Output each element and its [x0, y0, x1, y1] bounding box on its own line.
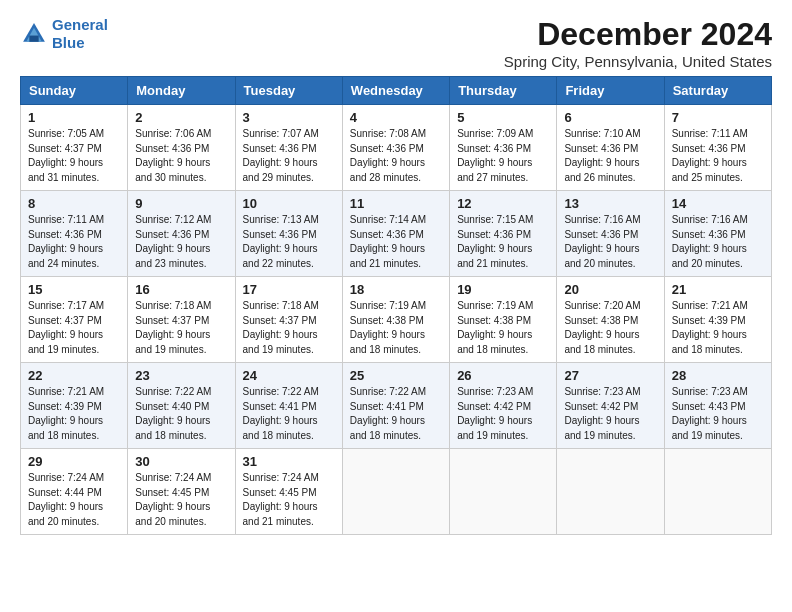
- day-info: Sunrise: 7:15 AM Sunset: 4:36 PM Dayligh…: [457, 213, 549, 271]
- calendar-cell: 3Sunrise: 7:07 AM Sunset: 4:36 PM Daylig…: [235, 105, 342, 191]
- calendar-cell: 7Sunrise: 7:11 AM Sunset: 4:36 PM Daylig…: [664, 105, 771, 191]
- calendar-cell: 2Sunrise: 7:06 AM Sunset: 4:36 PM Daylig…: [128, 105, 235, 191]
- calendar-cell: 26Sunrise: 7:23 AM Sunset: 4:42 PM Dayli…: [450, 363, 557, 449]
- calendar-cell: 31Sunrise: 7:24 AM Sunset: 4:45 PM Dayli…: [235, 449, 342, 535]
- day-info: Sunrise: 7:11 AM Sunset: 4:36 PM Dayligh…: [672, 127, 764, 185]
- day-info: Sunrise: 7:21 AM Sunset: 4:39 PM Dayligh…: [672, 299, 764, 357]
- day-number: 16: [135, 282, 227, 297]
- calendar-cell: [450, 449, 557, 535]
- day-info: Sunrise: 7:24 AM Sunset: 4:45 PM Dayligh…: [243, 471, 335, 529]
- day-header-wednesday: Wednesday: [342, 77, 449, 105]
- calendar-week-2: 8Sunrise: 7:11 AM Sunset: 4:36 PM Daylig…: [21, 191, 772, 277]
- day-info: Sunrise: 7:16 AM Sunset: 4:36 PM Dayligh…: [672, 213, 764, 271]
- day-number: 7: [672, 110, 764, 125]
- day-number: 2: [135, 110, 227, 125]
- calendar-cell: [342, 449, 449, 535]
- day-info: Sunrise: 7:12 AM Sunset: 4:36 PM Dayligh…: [135, 213, 227, 271]
- day-number: 11: [350, 196, 442, 211]
- day-header-sunday: Sunday: [21, 77, 128, 105]
- day-header-monday: Monday: [128, 77, 235, 105]
- calendar-cell: 18Sunrise: 7:19 AM Sunset: 4:38 PM Dayli…: [342, 277, 449, 363]
- calendar-cell: 28Sunrise: 7:23 AM Sunset: 4:43 PM Dayli…: [664, 363, 771, 449]
- calendar-cell: 8Sunrise: 7:11 AM Sunset: 4:36 PM Daylig…: [21, 191, 128, 277]
- day-info: Sunrise: 7:21 AM Sunset: 4:39 PM Dayligh…: [28, 385, 120, 443]
- day-number: 1: [28, 110, 120, 125]
- day-number: 17: [243, 282, 335, 297]
- day-info: Sunrise: 7:13 AM Sunset: 4:36 PM Dayligh…: [243, 213, 335, 271]
- calendar-cell: 9Sunrise: 7:12 AM Sunset: 4:36 PM Daylig…: [128, 191, 235, 277]
- day-info: Sunrise: 7:22 AM Sunset: 4:40 PM Dayligh…: [135, 385, 227, 443]
- day-number: 31: [243, 454, 335, 469]
- calendar-cell: 21Sunrise: 7:21 AM Sunset: 4:39 PM Dayli…: [664, 277, 771, 363]
- calendar-cell: 27Sunrise: 7:23 AM Sunset: 4:42 PM Dayli…: [557, 363, 664, 449]
- calendar-cell: 10Sunrise: 7:13 AM Sunset: 4:36 PM Dayli…: [235, 191, 342, 277]
- title-block: December 2024 Spring City, Pennsylvania,…: [504, 16, 772, 70]
- calendar-week-5: 29Sunrise: 7:24 AM Sunset: 4:44 PM Dayli…: [21, 449, 772, 535]
- logo-icon: [20, 20, 48, 48]
- day-info: Sunrise: 7:18 AM Sunset: 4:37 PM Dayligh…: [243, 299, 335, 357]
- location: Spring City, Pennsylvania, United States: [504, 53, 772, 70]
- day-number: 9: [135, 196, 227, 211]
- calendar-header-row: SundayMondayTuesdayWednesdayThursdayFrid…: [21, 77, 772, 105]
- day-number: 19: [457, 282, 549, 297]
- calendar-cell: 16Sunrise: 7:18 AM Sunset: 4:37 PM Dayli…: [128, 277, 235, 363]
- calendar-cell: 23Sunrise: 7:22 AM Sunset: 4:40 PM Dayli…: [128, 363, 235, 449]
- calendar-week-1: 1Sunrise: 7:05 AM Sunset: 4:37 PM Daylig…: [21, 105, 772, 191]
- day-info: Sunrise: 7:19 AM Sunset: 4:38 PM Dayligh…: [457, 299, 549, 357]
- day-info: Sunrise: 7:22 AM Sunset: 4:41 PM Dayligh…: [243, 385, 335, 443]
- day-info: Sunrise: 7:19 AM Sunset: 4:38 PM Dayligh…: [350, 299, 442, 357]
- day-number: 18: [350, 282, 442, 297]
- day-info: Sunrise: 7:07 AM Sunset: 4:36 PM Dayligh…: [243, 127, 335, 185]
- calendar-week-3: 15Sunrise: 7:17 AM Sunset: 4:37 PM Dayli…: [21, 277, 772, 363]
- day-info: Sunrise: 7:23 AM Sunset: 4:43 PM Dayligh…: [672, 385, 764, 443]
- calendar-cell: 22Sunrise: 7:21 AM Sunset: 4:39 PM Dayli…: [21, 363, 128, 449]
- day-number: 10: [243, 196, 335, 211]
- day-number: 4: [350, 110, 442, 125]
- page-header: GeneralBlue December 2024 Spring City, P…: [20, 16, 772, 70]
- calendar-cell: 20Sunrise: 7:20 AM Sunset: 4:38 PM Dayli…: [557, 277, 664, 363]
- day-info: Sunrise: 7:10 AM Sunset: 4:36 PM Dayligh…: [564, 127, 656, 185]
- day-info: Sunrise: 7:16 AM Sunset: 4:36 PM Dayligh…: [564, 213, 656, 271]
- day-info: Sunrise: 7:22 AM Sunset: 4:41 PM Dayligh…: [350, 385, 442, 443]
- day-info: Sunrise: 7:09 AM Sunset: 4:36 PM Dayligh…: [457, 127, 549, 185]
- day-number: 15: [28, 282, 120, 297]
- calendar-cell: 19Sunrise: 7:19 AM Sunset: 4:38 PM Dayli…: [450, 277, 557, 363]
- day-number: 6: [564, 110, 656, 125]
- day-header-friday: Friday: [557, 77, 664, 105]
- day-number: 20: [564, 282, 656, 297]
- calendar-cell: 5Sunrise: 7:09 AM Sunset: 4:36 PM Daylig…: [450, 105, 557, 191]
- logo-text: GeneralBlue: [52, 16, 108, 52]
- day-info: Sunrise: 7:14 AM Sunset: 4:36 PM Dayligh…: [350, 213, 442, 271]
- day-number: 8: [28, 196, 120, 211]
- day-number: 3: [243, 110, 335, 125]
- calendar-cell: 12Sunrise: 7:15 AM Sunset: 4:36 PM Dayli…: [450, 191, 557, 277]
- calendar-cell: 14Sunrise: 7:16 AM Sunset: 4:36 PM Dayli…: [664, 191, 771, 277]
- day-info: Sunrise: 7:11 AM Sunset: 4:36 PM Dayligh…: [28, 213, 120, 271]
- calendar-cell: 30Sunrise: 7:24 AM Sunset: 4:45 PM Dayli…: [128, 449, 235, 535]
- day-number: 29: [28, 454, 120, 469]
- calendar-cell: 6Sunrise: 7:10 AM Sunset: 4:36 PM Daylig…: [557, 105, 664, 191]
- day-number: 13: [564, 196, 656, 211]
- day-number: 23: [135, 368, 227, 383]
- calendar-cell: 1Sunrise: 7:05 AM Sunset: 4:37 PM Daylig…: [21, 105, 128, 191]
- calendar-cell: [557, 449, 664, 535]
- day-header-saturday: Saturday: [664, 77, 771, 105]
- calendar-cell: 29Sunrise: 7:24 AM Sunset: 4:44 PM Dayli…: [21, 449, 128, 535]
- calendar-cell: 4Sunrise: 7:08 AM Sunset: 4:36 PM Daylig…: [342, 105, 449, 191]
- day-number: 22: [28, 368, 120, 383]
- day-info: Sunrise: 7:24 AM Sunset: 4:44 PM Dayligh…: [28, 471, 120, 529]
- svg-rect-2: [29, 36, 38, 42]
- day-info: Sunrise: 7:08 AM Sunset: 4:36 PM Dayligh…: [350, 127, 442, 185]
- day-info: Sunrise: 7:17 AM Sunset: 4:37 PM Dayligh…: [28, 299, 120, 357]
- day-number: 27: [564, 368, 656, 383]
- day-number: 14: [672, 196, 764, 211]
- day-number: 28: [672, 368, 764, 383]
- day-info: Sunrise: 7:18 AM Sunset: 4:37 PM Dayligh…: [135, 299, 227, 357]
- day-info: Sunrise: 7:23 AM Sunset: 4:42 PM Dayligh…: [457, 385, 549, 443]
- day-number: 24: [243, 368, 335, 383]
- day-number: 12: [457, 196, 549, 211]
- calendar-cell: 13Sunrise: 7:16 AM Sunset: 4:36 PM Dayli…: [557, 191, 664, 277]
- day-header-thursday: Thursday: [450, 77, 557, 105]
- calendar-cell: 11Sunrise: 7:14 AM Sunset: 4:36 PM Dayli…: [342, 191, 449, 277]
- calendar-cell: 15Sunrise: 7:17 AM Sunset: 4:37 PM Dayli…: [21, 277, 128, 363]
